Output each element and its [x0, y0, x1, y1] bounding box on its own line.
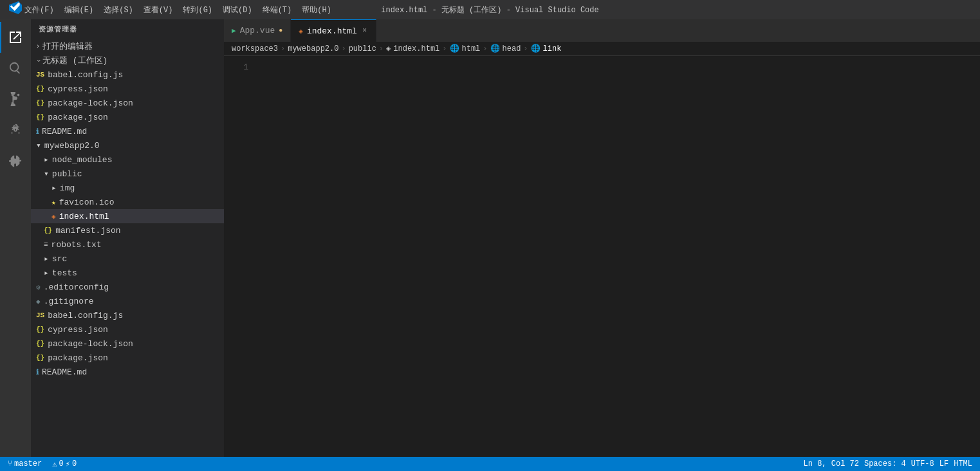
menu-select[interactable]: 选择(S) [98, 0, 138, 19]
menu-view[interactable]: 查看(V) [138, 0, 178, 19]
menu-terminal[interactable]: 终端(T) [257, 0, 297, 19]
spaces[interactable]: Spaces: 4 [862, 457, 909, 471]
tree-item[interactable]: ◆.gitignore [31, 294, 224, 308]
tree-item[interactable]: ≡robots.txt [31, 237, 224, 252]
sidebar-title: 资源管理器 [31, 19, 224, 39]
debug-activity-icon[interactable] [0, 115, 31, 145]
status-bar: ⑂ master ⚠ 0 ⚡ 0 Ln 8, Col 72 Spaces: 4 … [0, 457, 980, 471]
line-number: 1 [224, 61, 255, 73]
breadcrumb-workspace3[interactable]: workspace3 [232, 44, 278, 53]
status-right: Ln 8, Col 72 Spaces: 4 UTF-8 LF HTML [801, 457, 975, 471]
explorer-icon[interactable] [0, 22, 31, 53]
breadcrumb-sep-1: › [341, 44, 346, 53]
tree-item[interactable]: ★favicon.ico [31, 195, 224, 209]
line-col-text: Ln 8, Col 72 [804, 459, 859, 468]
tree-item[interactable]: ◈index.html [31, 209, 224, 223]
tree-item[interactable]: ▾ public [31, 167, 224, 181]
editor-area: ▶ App.vue ● ◈ index.html × workspace3 › … [224, 19, 980, 457]
line-numbers: 1 [224, 56, 255, 457]
tab-close-button[interactable]: × [361, 26, 368, 36]
sidebar: 资源管理器 › 打开的编辑器 › 无标题 (工作区) JSbabel.confi… [31, 19, 224, 457]
warning-icon: ⚡ [66, 459, 70, 469]
breadcrumb-icon-head: 🌐 [490, 44, 500, 53]
breadcrumb-indexhtml[interactable]: index.html [393, 44, 439, 53]
open-editors-section[interactable]: › 打开的编辑器 [31, 39, 224, 53]
tree-item[interactable]: {}package-lock.json [31, 96, 224, 110]
tree-item[interactable]: {}manifest.json [31, 223, 224, 237]
menu-bar: 文件(F) 编辑(E) 选择(S) 查看(V) 转到(G) 调试(D) 终端(T… [19, 0, 337, 19]
language-mode[interactable]: HTML [951, 457, 975, 471]
tree-item[interactable]: ℹREADME.md [31, 124, 224, 138]
open-editors-chevron: › [36, 43, 40, 50]
spaces-text: Spaces: 4 [864, 459, 906, 468]
tree-item[interactable]: {}cypress.json [31, 82, 224, 96]
menu-debug[interactable]: 调试(D) [217, 0, 257, 19]
breadcrumb: workspace3 › mywebapp2.0 › public › ◈ in… [224, 42, 980, 56]
warnings-count: 0 [72, 459, 77, 468]
language-text: HTML [954, 459, 972, 468]
breadcrumb-sep-3: › [442, 44, 447, 53]
html-tab-icon: ◈ [299, 27, 303, 35]
tree-item[interactable]: JSbabel.config.js [31, 68, 224, 82]
search-activity-icon[interactable] [0, 53, 31, 84]
tab-bar: ▶ App.vue ● ◈ index.html × [224, 19, 980, 42]
tab-app-vue[interactable]: ▶ App.vue ● [224, 19, 291, 42]
code-content[interactable] [255, 56, 980, 457]
vue-icon: ▶ [232, 26, 236, 35]
tab-label-app-vue: App.vue [240, 26, 275, 35]
encoding[interactable]: UTF-8 [909, 457, 937, 471]
tree-item[interactable]: JSbabel.config.js [31, 308, 224, 322]
line-ending-text: LF [939, 459, 948, 468]
tree-item[interactable]: ℹREADME.md [31, 365, 224, 379]
window-title: index.html - 无标题 (工作区) - Visual Studio C… [381, 5, 598, 15]
breadcrumb-html-tag[interactable]: html [462, 44, 481, 53]
open-editors-label: 打开的编辑器 [42, 41, 93, 52]
breadcrumb-mywebapp[interactable]: mywebapp2.0 [288, 44, 338, 53]
errors-warnings[interactable]: ⚠ 0 ⚡ 0 [50, 457, 79, 471]
breadcrumb-sep-5: › [523, 44, 528, 53]
tree-item[interactable]: {}package.json [31, 110, 224, 124]
menu-help[interactable]: 帮助(H) [297, 0, 337, 19]
breadcrumb-head-tag[interactable]: head [503, 44, 521, 53]
workspace-label: 无标题 (工作区) [42, 55, 107, 66]
line-col[interactable]: Ln 8, Col 72 [801, 457, 862, 471]
activity-bar [0, 19, 31, 457]
menu-edit[interactable]: 编辑(E) [59, 0, 99, 19]
tree-item[interactable]: {}package.json [31, 351, 224, 365]
tree-item[interactable]: ⚙.editorconfig [31, 280, 224, 294]
tab-label-index-html: index.html [307, 26, 357, 36]
menu-goto[interactable]: 转到(G) [178, 0, 217, 19]
tab-index-html[interactable]: ◈ index.html × [291, 19, 376, 42]
workspace-section[interactable]: › 无标题 (工作区) [31, 53, 224, 68]
source-control-activity-icon[interactable] [0, 84, 31, 115]
menu-file[interactable]: 文件(F) [19, 0, 59, 19]
tree-item[interactable]: {}cypress.json [31, 322, 224, 337]
code-editor[interactable]: 1 [224, 56, 980, 457]
errors-count: 0 [59, 459, 63, 468]
extensions-activity-icon[interactable] [0, 145, 31, 176]
breadcrumb-sep-0: › [281, 44, 285, 53]
breadcrumb-sep-4: › [483, 44, 487, 53]
branch-icon: ⑂ [8, 459, 12, 468]
tab-modified-dot: ● [279, 27, 282, 34]
tree-item[interactable]: {}package-lock.json [31, 337, 224, 351]
breadcrumb-public[interactable]: public [349, 44, 376, 53]
titlebar: 文件(F) 编辑(E) 选择(S) 查看(V) 转到(G) 调试(D) 终端(T… [0, 0, 980, 19]
breadcrumb-sep-2: › [379, 44, 384, 53]
breadcrumb-icon-html2: 🌐 [450, 44, 459, 53]
error-icon: ⚠ [52, 459, 57, 469]
tree-item[interactable]: ▸ src [31, 252, 224, 266]
encoding-text: UTF-8 [911, 459, 934, 468]
breadcrumb-icon-link: 🌐 [531, 44, 541, 53]
tree-item[interactable]: ▾ mywebapp2.0 [31, 138, 224, 152]
file-tree: JSbabel.config.js{}cypress.json{}package… [31, 68, 224, 457]
git-branch[interactable]: ⑂ master [5, 457, 44, 471]
breadcrumb-icon-html: ◈ [386, 44, 391, 53]
breadcrumb-link-tag[interactable]: link [543, 44, 562, 53]
workspace-chevron: › [35, 59, 42, 62]
branch-name: master [14, 459, 42, 468]
tree-item[interactable]: ▸ img [31, 181, 224, 195]
tree-item[interactable]: ▸ tests [31, 266, 224, 280]
line-ending[interactable]: LF [937, 457, 951, 471]
tree-item[interactable]: ▸ node_modules [31, 152, 224, 167]
